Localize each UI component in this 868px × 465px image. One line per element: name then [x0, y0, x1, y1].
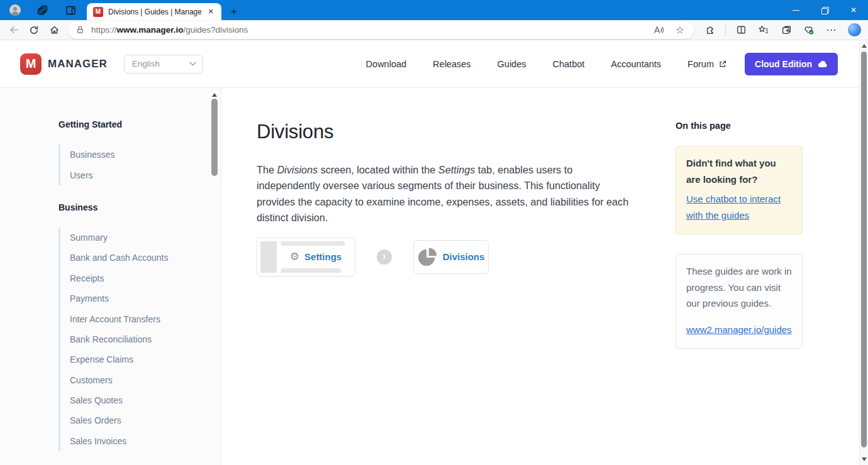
pie-chart-icon	[418, 248, 437, 266]
on-this-page-panel: On this page Didn't find what you are lo…	[676, 88, 803, 465]
brand-text: MANAGER	[48, 58, 108, 70]
intro-paragraph: The Divisions screen, located within the…	[257, 162, 637, 226]
gear-icon: ⚙	[290, 251, 299, 262]
nav-releases[interactable]: Releases	[433, 59, 470, 69]
favorites-icon[interactable]	[754, 21, 774, 39]
collections-icon[interactable]	[776, 21, 796, 39]
nav-guides[interactable]: Guides	[498, 59, 526, 69]
page-scrollbar[interactable]	[859, 40, 868, 465]
sidebar-scrollbar-thumb[interactable]	[211, 99, 218, 176]
toolbar-divider	[725, 25, 726, 36]
sidebar-scrollbar[interactable]	[211, 88, 218, 465]
restore-icon	[821, 7, 828, 14]
maximize-button[interactable]	[810, 0, 839, 20]
nav-chatbot[interactable]: Chatbot	[553, 59, 585, 69]
extensions-icon[interactable]	[700, 21, 720, 39]
aside-title: On this page	[676, 121, 803, 131]
wip-text: These guides are work in progress. You c…	[686, 263, 792, 312]
previous-guides-box: These guides are work in progress. You c…	[676, 254, 803, 349]
nav-accountants[interactable]: Accountants	[611, 59, 661, 69]
sidebar-item[interactable]: Bank and Cash Accounts	[60, 248, 221, 268]
sidebar-item[interactable]: Users	[60, 165, 221, 185]
back-button[interactable]	[4, 21, 24, 39]
navigation-flow-diagram: ⚙ Settings › Divisions	[257, 238, 637, 276]
main-nav: Download Releases Guides Chatbot Account…	[366, 59, 727, 69]
scroll-up-arrow-icon[interactable]	[862, 44, 867, 48]
nav-forum[interactable]: Forum	[687, 59, 727, 69]
sidebar-item[interactable]: Customers	[60, 370, 221, 390]
browser-essentials-icon[interactable]	[799, 21, 819, 39]
site-header: M MANAGER English Download Releases Guid…	[0, 40, 859, 88]
divisions-card: Divisions	[413, 240, 489, 274]
page-scrollbar-thumb[interactable]	[861, 52, 867, 447]
read-aloud-icon[interactable]	[648, 21, 669, 39]
site-lock-icon[interactable]	[75, 25, 85, 35]
tab-close-button[interactable]: ✕	[205, 6, 216, 18]
flow-target-label: Divisions	[443, 251, 485, 262]
sidebar-group: Summary Bank and Cash Accounts Receipts …	[58, 227, 221, 451]
favorite-star-icon[interactable]: ☆	[670, 21, 690, 39]
brand-link[interactable]: M MANAGER	[20, 53, 108, 75]
nav-download[interactable]: Download	[366, 59, 407, 69]
sidebar-item[interactable]: Receipts	[60, 268, 221, 288]
external-link-icon	[718, 60, 727, 68]
browser-window: M Divisions | Guides | Manager.io ✕ + ✕ …	[0, 0, 868, 465]
minimize-icon	[793, 10, 799, 11]
refresh-button[interactable]	[24, 21, 44, 39]
scroll-up-arrow-icon[interactable]	[212, 93, 217, 97]
scroll-down-arrow-icon[interactable]	[862, 457, 867, 461]
sidebar-item[interactable]: Expense Claims	[60, 349, 221, 369]
browser-tab[interactable]: M Divisions | Guides | Manager.io ✕	[87, 3, 221, 20]
sidebar-item[interactable]: Sales Orders	[60, 410, 221, 430]
help-question: Didn't find what you are looking for?	[686, 155, 792, 188]
page-title: Divisions	[257, 121, 637, 143]
settings-screen-card: ⚙ Settings	[257, 238, 355, 276]
guides-sidebar: Getting Started Businesses Users Busines…	[0, 88, 221, 465]
sidebar-section-title: Business	[58, 202, 221, 212]
url-text: https://www.manager.io/guides?divisions	[91, 25, 648, 35]
workspaces-icon[interactable]	[62, 2, 79, 18]
sidebar-item[interactable]: Bank Reconciliations	[60, 329, 221, 349]
minimize-button[interactable]	[781, 0, 810, 20]
chatbot-link[interactable]: Use chatbot to interact with the guides	[686, 191, 792, 224]
article: Divisions The Divisions screen, located …	[257, 88, 637, 465]
previous-guides-link[interactable]: www2.manager.io/guides	[686, 322, 792, 338]
browser-toolbar: https://www.manager.io/guides?divisions …	[0, 20, 868, 40]
chatbot-help-box: Didn't find what you are looking for? Us…	[676, 146, 803, 234]
sidebar-item[interactable]: Summary	[60, 227, 221, 248]
more-menu-icon[interactable]: ⋯	[821, 21, 842, 39]
sidebar-item[interactable]: Sales Quotes	[60, 390, 221, 410]
cloud-icon	[817, 60, 828, 68]
close-button[interactable]: ✕	[839, 0, 868, 20]
manager-logo: M	[20, 53, 42, 75]
tab-title: Divisions | Guides | Manager.io	[108, 8, 201, 16]
language-select[interactable]: English	[124, 55, 203, 74]
browser-titlebar: M Divisions | Guides | Manager.io ✕ + ✕	[0, 0, 868, 20]
tab-favicon: M	[93, 7, 103, 17]
sidebar-section-title: Getting Started	[58, 119, 221, 129]
address-bar[interactable]: https://www.manager.io/guides?divisions …	[68, 21, 694, 39]
sidebar-item[interactable]: Inter Account Transfers	[60, 309, 221, 329]
sidebar-item[interactable]: Businesses	[60, 145, 221, 165]
sidebar-item[interactable]: Payments	[60, 288, 221, 309]
cloud-edition-button[interactable]: Cloud Edition	[745, 53, 838, 75]
new-tab-button[interactable]: +	[225, 4, 243, 20]
home-button[interactable]	[44, 21, 64, 39]
copilot-icon[interactable]	[844, 21, 864, 39]
split-screen-icon[interactable]	[731, 21, 751, 39]
tab-stacks-icon[interactable]	[34, 2, 52, 18]
chevron-right-icon: ›	[377, 249, 392, 265]
chevron-down-icon	[189, 62, 196, 66]
sidebar-item[interactable]: Sales Invoices	[60, 431, 221, 451]
sidebar-group: Businesses Users	[58, 145, 221, 185]
flow-source-label: Settings	[304, 251, 342, 262]
profile-avatar-icon[interactable]	[6, 2, 24, 18]
